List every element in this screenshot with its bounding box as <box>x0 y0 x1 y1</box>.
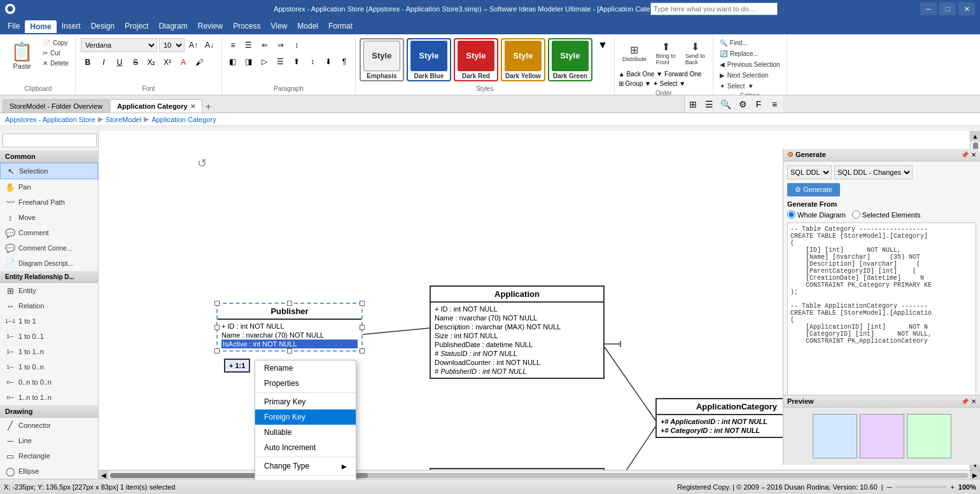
align-right-button[interactable]: ▷ <box>258 55 272 69</box>
tab-add-button[interactable]: + <box>203 101 214 113</box>
menu-project[interactable]: Project <box>120 20 153 32</box>
tool-line[interactable]: ─ Line <box>0 433 98 448</box>
select-dropdown-button[interactable]: ✦ Select ▼ <box>717 81 757 91</box>
font-family-select[interactable]: Verdana <box>81 38 157 52</box>
style-darkblue-button[interactable]: Style Dark Blue <box>407 38 451 81</box>
menu-format[interactable]: Format <box>323 20 358 32</box>
increase-indent-button[interactable]: ⇒ <box>274 38 288 52</box>
diagram-tool-6[interactable]: ≡ <box>767 97 781 111</box>
ctx-properties[interactable]: Properties <box>255 376 356 391</box>
preview-pin-button[interactable]: 📌 <box>961 398 969 405</box>
ctx-foreign-key[interactable]: Foreign Key <box>255 409 356 425</box>
panel-close-button[interactable]: ✕ <box>971 151 976 158</box>
ctx-rename[interactable]: Rename <box>255 360 356 376</box>
menu-diagram[interactable]: Diagram <box>153 20 192 32</box>
tool-freehand[interactable]: 〰 Freehand Path <box>0 195 98 210</box>
hscroll-track[interactable] <box>110 473 969 478</box>
whole-diagram-option[interactable]: Whole Diagram <box>787 210 846 219</box>
menu-model[interactable]: Model <box>292 20 323 32</box>
ctx-primary-key[interactable]: Primary Key <box>255 394 356 409</box>
tool-1to01[interactable]: 1─ 1 to 0..1 <box>0 329 98 344</box>
paste-button[interactable]: 📋 Paste <box>5 38 39 73</box>
minimize-button[interactable]: ─ <box>920 3 937 15</box>
tool-1to1[interactable]: 1─1 1 to 1 <box>0 313 98 329</box>
diagram-tool-2[interactable]: ☰ <box>702 97 716 111</box>
selected-elements-option[interactable]: Selected Elements <box>852 210 921 219</box>
send-to-back-button[interactable]: ⬇ Send toBack <box>682 38 709 68</box>
tool-1to1n[interactable]: 1─ 1 to 1..n <box>0 344 98 359</box>
align-middle-button[interactable]: ↕ <box>305 55 319 69</box>
distribute-button[interactable]: ⊞ Distribute <box>619 41 650 65</box>
align-top-button[interactable]: ⬆ <box>290 55 304 69</box>
handle-br[interactable] <box>360 348 365 353</box>
strikethrough-button[interactable]: S <box>129 55 143 69</box>
paragraph-settings-button[interactable]: ¶ <box>337 55 351 69</box>
font-size-select[interactable]: 10 <box>159 38 185 52</box>
panel-pin-button[interactable]: 📌 <box>961 151 969 158</box>
tool-0nto0n[interactable]: n─ 0..n to 0..n <box>0 374 98 390</box>
copy-button[interactable]: 📄 Copy <box>40 38 71 48</box>
align-bottom-button[interactable]: ⬇ <box>321 55 335 69</box>
numbered-list-button[interactable]: ☰ <box>242 38 256 52</box>
handle-tm[interactable] <box>287 301 292 306</box>
tool-1to0n[interactable]: 1─ 1 to 0..n <box>0 359 98 374</box>
ddl-type-select[interactable]: SQL DDL <box>787 165 832 179</box>
tab-application-category[interactable]: Application Category ✕ <box>110 99 202 113</box>
tab-close-icon[interactable]: ✕ <box>190 103 195 110</box>
tool-comment-connector[interactable]: 💬 Comment Conne... <box>0 240 98 256</box>
tool-entity[interactable]: ⊞ Entity <box>0 283 98 298</box>
entity-application[interactable]: Application + ID : int NOT NULL Name : n… <box>430 285 605 379</box>
style-emphasis-button[interactable]: Style Emphasis <box>360 38 404 81</box>
increase-font-button[interactable]: A↑ <box>186 38 200 52</box>
close-button[interactable]: ✕ <box>958 3 975 15</box>
tool-rectangle[interactable]: ▭ Rectangle <box>0 448 98 463</box>
previous-selection-button[interactable]: ◀ Previous Selection <box>717 60 783 69</box>
handle-mr[interactable] <box>360 325 365 330</box>
align-center-button[interactable]: ◨ <box>242 55 256 69</box>
tool-comment[interactable]: 💬 Comment <box>0 225 98 240</box>
breadcrumb-appcategory[interactable]: Application Category <box>151 116 216 123</box>
breadcrumb-storemodel[interactable]: StoreModel <box>106 116 141 123</box>
maximize-button[interactable]: □ <box>939 3 956 15</box>
decrease-font-button[interactable]: A↓ <box>202 38 216 52</box>
underline-button[interactable]: U <box>113 55 127 69</box>
handle-ml[interactable] <box>214 325 220 330</box>
toolbar-search-input[interactable] <box>3 134 97 148</box>
tool-connector[interactable]: ╱ Connector <box>0 418 98 433</box>
style-darkyellow-button[interactable]: Style Dark Yellow <box>501 38 545 81</box>
menu-insert[interactable]: Insert <box>57 20 86 32</box>
diagram-tool-3[interactable]: 🔍 <box>718 97 734 111</box>
tool-relation[interactable]: ↔ Relation <box>0 298 98 313</box>
decrease-indent-button[interactable]: ⇐ <box>258 38 272 52</box>
ctx-nullable[interactable]: Nullable <box>255 425 356 440</box>
preview-close-button[interactable]: ✕ <box>971 398 976 405</box>
menu-view[interactable]: View <box>266 20 293 32</box>
statusbar-zoom-plus[interactable]: + <box>950 483 954 491</box>
scroll-up-button[interactable]: ▲ <box>970 131 981 141</box>
diagram-tool-1[interactable]: ⊞ <box>686 97 700 111</box>
statusbar-zoom-minus[interactable]: ─ <box>887 483 892 491</box>
er-1to1-badge[interactable]: + 1:1 <box>224 359 250 373</box>
command-input[interactable] <box>650 3 778 15</box>
tool-1nto1n[interactable]: n─ 1..n to 1..n <box>0 390 98 405</box>
bring-to-front-button[interactable]: ⬆ Bring toFront <box>652 38 680 68</box>
superscript-button[interactable]: X² <box>160 55 174 69</box>
handle-bm[interactable] <box>287 348 292 353</box>
styles-more-button[interactable]: ▼ <box>595 38 610 52</box>
tool-ellipse[interactable]: ◯ Ellipse <box>0 463 98 479</box>
style-darkred-button[interactable]: Style Dark Red <box>454 38 498 81</box>
menu-design[interactable]: Design <box>86 20 120 32</box>
tool-diagram-desc[interactable]: 📄 Diagram Descript... <box>0 256 98 271</box>
whole-diagram-radio[interactable] <box>787 210 795 219</box>
menu-home[interactable]: Home <box>25 20 56 33</box>
tool-pan[interactable]: ✋ Pan <box>0 179 98 195</box>
replace-button[interactable]: 🔄 Replace... <box>717 49 761 58</box>
next-selection-button[interactable]: ▶ Next Selection <box>717 71 771 80</box>
handle-bl[interactable] <box>214 348 220 353</box>
selected-elements-radio[interactable] <box>852 210 860 219</box>
align-left-button[interactable]: ◧ <box>226 55 240 69</box>
tab-store-model[interactable]: StoreModel - Folder Overview <box>3 99 109 113</box>
style-darkgreen-button[interactable]: Style Dark Green <box>548 38 592 81</box>
subscript-button[interactable]: X₂ <box>144 55 158 69</box>
italic-button[interactable]: I <box>97 55 111 69</box>
